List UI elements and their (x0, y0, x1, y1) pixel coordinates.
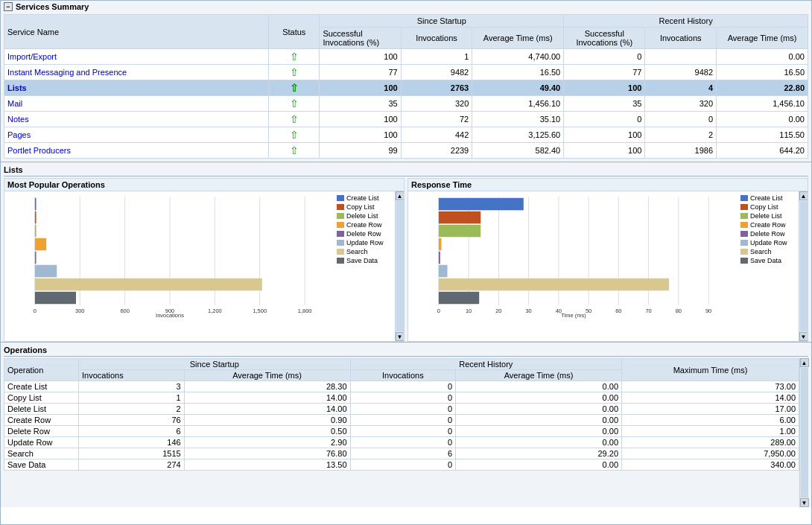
service-link[interactable]: Notes (7, 115, 29, 124)
op-ss-avg-cell: 76.80 (184, 448, 350, 459)
op-max-cell: 14.00 (622, 392, 799, 404)
service-link[interactable]: Instant Messaging and Presence (7, 68, 127, 77)
rh-pct-cell: 0 (564, 49, 645, 65)
table-row[interactable]: Portlet Producers ⇧ 99 2239 582.40 100 1… (4, 143, 808, 159)
main-window: − Services Summary Service Name Status S… (0, 0, 812, 525)
ops-col-max: Maximum Time (ms) (622, 359, 799, 381)
svg-rect-47 (439, 225, 480, 238)
op-max-cell: 7,950.00 (622, 448, 799, 459)
op-ss-avg-cell: 0.90 (184, 415, 350, 426)
scroll-track-r (800, 201, 808, 331)
scroll-up-btn-r[interactable]: ▲ (799, 191, 808, 200)
col-status: Status (269, 15, 320, 49)
legend-color-box (740, 231, 748, 237)
legend-label: Search (750, 248, 772, 255)
table-row: Save Data 274 13.50 0 0.00 340.00 (4, 459, 799, 471)
scroll-down-btn[interactable]: ▼ (396, 332, 405, 341)
legend-label: Delete List (750, 212, 782, 220)
service-link[interactable]: Portlet Producers (7, 146, 71, 155)
ss-inv-cell: 2763 (401, 80, 472, 96)
legend-label: Delete Row (750, 230, 785, 238)
legend-item: Search (740, 248, 797, 255)
col-rh-pct: Successful Invocations (%) (564, 28, 645, 49)
rh-inv-cell: 2 (645, 127, 717, 143)
col-ss-avg: Average Time (ms) (472, 28, 564, 49)
service-link[interactable]: Mail (7, 99, 22, 108)
svg-text:600: 600 (120, 308, 129, 314)
rh-inv-cell: 1986 (645, 143, 717, 159)
table-row: Create List 3 28.30 0 0.00 73.00 (4, 381, 799, 392)
service-name-cell: Import/Export (4, 49, 269, 65)
legend-color-box (740, 195, 748, 201)
response-time-scrollbar[interactable]: ▲ ▼ (799, 191, 808, 341)
legend-item: Create Row (337, 221, 393, 229)
table-row[interactable]: Notes ⇧ 100 72 35.10 0 0 0.00 (4, 112, 808, 127)
svg-text:Time (ms): Time (ms) (561, 312, 586, 319)
collapse-icon[interactable]: − (4, 2, 13, 11)
service-link[interactable]: Pages (7, 130, 31, 139)
ss-inv-cell: 442 (401, 127, 472, 143)
scroll-down-btn-r[interactable]: ▼ (799, 332, 808, 341)
ops-col-operation: Operation (4, 359, 79, 381)
legend-label: Delete Row (346, 230, 381, 238)
legend-item: Copy List (337, 203, 393, 211)
response-time-chart: Response Time 0102030405060708090Time (m… (407, 178, 808, 342)
legend-item: Delete Row (337, 230, 393, 238)
operations-title: Operations (4, 344, 808, 357)
response-time-title: Response Time (408, 179, 808, 191)
status-arrow-icon: ⇧ (290, 113, 299, 125)
op-max-cell: 6.00 (622, 415, 799, 426)
rh-inv-cell: 320 (645, 96, 717, 112)
svg-rect-22 (35, 292, 76, 305)
legend-color-box (337, 222, 344, 228)
op-max-cell: 289.00 (622, 437, 799, 448)
op-max-cell: 340.00 (622, 459, 799, 471)
col-rh-inv: Invocations (645, 28, 717, 49)
service-link[interactable]: Lists (7, 83, 27, 92)
table-row[interactable]: Mail ⇧ 35 320 1,456.10 35 320 1,456.10 (4, 96, 808, 112)
table-row[interactable]: Import/Export ⇧ 100 1 4,740.00 0 0.00 (4, 49, 808, 65)
most-popular-scrollbar[interactable]: ▲ ▼ (395, 191, 404, 341)
rh-pct-cell: 0 (564, 112, 645, 127)
table-row[interactable]: Lists ⇧ 100 2763 49.40 100 4 22.80 (4, 80, 808, 96)
col-service-name: Service Name (4, 15, 269, 49)
status-arrow-icon: ⇧ (290, 98, 299, 109)
op-name-cell: Create Row (4, 415, 79, 426)
legend-item: Create Row (740, 221, 797, 229)
svg-rect-20 (35, 265, 57, 278)
service-link[interactable]: Import/Export (7, 52, 57, 61)
rh-avg-cell: 0.00 (717, 112, 808, 127)
response-time-svg: 0102030405060708090Time (ms) (411, 194, 736, 319)
ss-avg-cell: 1,456.10 (472, 96, 564, 112)
service-name-cell: Notes (4, 112, 269, 127)
rh-inv-cell (645, 49, 717, 65)
legend-color-box (337, 195, 344, 201)
ss-pct-cell: 100 (320, 80, 401, 96)
svg-text:30: 30 (525, 308, 531, 314)
ops-scroll-down[interactable]: ▼ (800, 498, 809, 507)
status-cell: ⇧ (269, 143, 320, 159)
charts-row: Most Popular Operations 03006009001,2001… (4, 178, 808, 342)
op-rh-avg-cell: 0.00 (456, 437, 622, 448)
op-name-cell: Create List (4, 381, 79, 392)
op-name-cell: Delete Row (4, 426, 79, 437)
scroll-up-btn[interactable]: ▲ (396, 191, 405, 200)
legend-item: Update Row (740, 239, 797, 246)
legend-color-box (337, 240, 344, 246)
ss-inv-cell: 1 (401, 49, 472, 65)
legend-label: Search (346, 248, 368, 255)
ops-scroll-up[interactable]: ▲ (800, 358, 809, 367)
table-row[interactable]: Pages ⇧ 100 442 3,125.60 100 2 115.50 (4, 127, 808, 143)
table-row: Copy List 1 14.00 0 0.00 14.00 (4, 392, 799, 404)
legend-color-box (740, 249, 748, 255)
op-ss-avg-cell: 14.00 (184, 392, 350, 404)
op-rh-inv-cell: 0 (350, 404, 456, 415)
op-rh-inv-cell: 0 (350, 459, 456, 471)
op-name-cell: Delete List (4, 404, 79, 415)
ss-pct-cell: 100 (320, 112, 401, 127)
table-row[interactable]: Instant Messaging and Presence ⇧ 77 9482… (4, 65, 808, 80)
ops-since-startup: Since Startup (79, 359, 351, 370)
table-row: Search 1515 76.80 6 29.20 7,950.00 (4, 448, 799, 459)
ops-scrollbar[interactable]: ▲ ▼ (799, 358, 808, 507)
op-ss-inv-cell: 6 (79, 426, 185, 437)
